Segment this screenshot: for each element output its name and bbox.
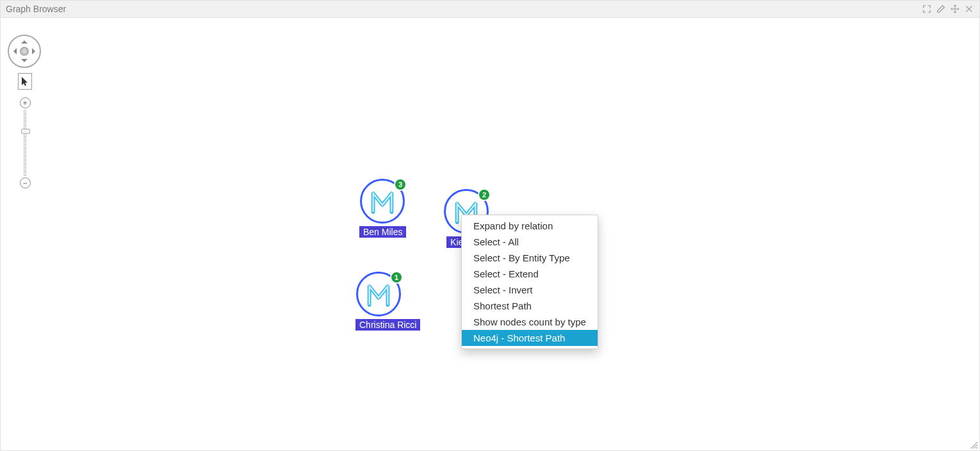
context-menu-item[interactable]: Shortest Path <box>462 298 598 314</box>
graph-browser-window: Graph Browser <box>0 0 980 451</box>
node-circle[interactable]: 3 <box>360 179 405 224</box>
context-menu-item[interactable]: Neo4j - Shortest Path <box>462 330 598 346</box>
graph-node[interactable]: 1 Christina Ricci <box>355 272 402 331</box>
zoom-handle[interactable] <box>21 129 30 134</box>
context-menu-item[interactable]: Select - Extend <box>462 266 598 282</box>
pan-up-icon[interactable] <box>21 37 28 44</box>
context-menu-item[interactable]: Select - All <box>462 234 598 250</box>
resize-grip[interactable] <box>969 440 978 449</box>
pan-left-icon[interactable] <box>10 48 17 54</box>
node-label: Christina Ricci <box>355 319 420 331</box>
node-badge: 3 <box>394 178 407 191</box>
zoom-slider: + − <box>19 97 31 188</box>
context-menu-item[interactable]: Show nodes count by type <box>462 314 598 330</box>
pan-right-icon[interactable] <box>32 48 38 54</box>
zoom-out-button[interactable]: − <box>20 177 31 188</box>
zoom-in-button[interactable]: + <box>20 97 31 108</box>
pan-wheel[interactable] <box>8 35 41 68</box>
move-icon[interactable] <box>950 4 960 14</box>
cursor-icon <box>21 76 29 86</box>
node-badge: 1 <box>390 271 403 284</box>
context-menu: Expand by relationSelect - AllSelect - B… <box>461 215 598 349</box>
node-label: Ben Miles <box>359 226 406 238</box>
titlebar: Graph Browser <box>1 1 979 18</box>
context-menu-item[interactable]: Select - Invert <box>462 282 598 298</box>
cursor-tool[interactable] <box>18 73 32 90</box>
node-badge: 2 <box>478 188 491 201</box>
pan-center-icon[interactable] <box>20 47 29 56</box>
node-circle[interactable]: 1 <box>356 272 401 316</box>
graph-canvas[interactable]: + − 3 Ben Miles 2 Kiefer S <box>1 18 979 450</box>
zoom-track[interactable] <box>24 110 26 176</box>
edit-icon[interactable] <box>936 4 946 14</box>
close-icon[interactable] <box>964 4 974 14</box>
fullscreen-icon[interactable] <box>922 4 932 14</box>
window-title: Graph Browser <box>6 4 922 14</box>
pan-down-icon[interactable] <box>21 59 28 65</box>
context-menu-item[interactable]: Expand by relation <box>462 218 598 234</box>
graph-node[interactable]: 3 Ben Miles <box>359 179 405 238</box>
window-controls <box>922 4 974 14</box>
context-menu-item[interactable]: Select - By Entity Type <box>462 250 598 266</box>
